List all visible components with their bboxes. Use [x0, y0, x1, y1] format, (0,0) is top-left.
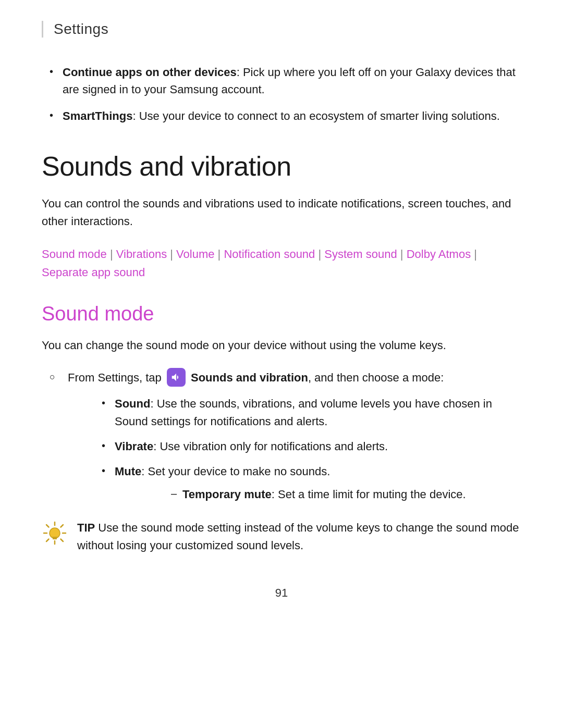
- intro-bullet-2: SmartThings: Use your device to connect …: [52, 107, 521, 125]
- main-section-heading: Sounds and vibration: [42, 151, 521, 182]
- sub-bullet-mute-bold: Mute: [115, 465, 141, 478]
- svg-line-4: [46, 525, 49, 527]
- sub-bullet-vibrate: Vibrate: Use vibration only for notifica…: [68, 438, 521, 455]
- tip-text: Use the sound mode setting instead of th…: [77, 521, 519, 552]
- intro-bullet-2-bold: SmartThings: [63, 109, 132, 122]
- nav-sep-5: |: [397, 248, 407, 261]
- nav-link-vibrations[interactable]: Vibrations: [116, 248, 167, 261]
- svg-line-7: [46, 539, 49, 542]
- step-item-1: From Settings, tap Sounds and vibration,…: [42, 369, 521, 504]
- page-number: 91: [42, 586, 521, 600]
- nav-link-notification-sound[interactable]: Notification sound: [224, 248, 315, 261]
- intro-bullet-1: Continue apps on other devices: Pick up …: [52, 64, 521, 98]
- tip-content: TIP Use the sound mode setting instead o…: [77, 519, 521, 554]
- sub-bullet-vibrate-text: : Use vibration only for notifications a…: [153, 440, 388, 453]
- step-suffix: , and then choose a mode:: [308, 371, 444, 384]
- main-section-description: You can control the sounds and vibration…: [42, 195, 521, 230]
- nav-links: Sound mode | Vibrations | Volume | Notif…: [42, 245, 521, 281]
- intro-bullet-1-bold: Continue apps on other devices: [63, 66, 237, 79]
- intro-bullet-2-text: : Use your device to connect to an ecosy…: [132, 109, 499, 122]
- steps-list: From Settings, tap Sounds and vibration,…: [42, 369, 521, 504]
- nav-link-dolby-atmos[interactable]: Dolby Atmos: [407, 248, 471, 261]
- step-app-name: Sounds and vibration: [191, 371, 308, 384]
- nav-sep-3: |: [215, 248, 224, 261]
- sub-bullet-vibrate-bold: Vibrate: [115, 440, 153, 453]
- svg-line-6: [61, 525, 64, 527]
- sub-bullet-mute: Mute: Set your device to make no sounds.…: [68, 463, 521, 503]
- sub-sub-bullet-temp-mute-text: : Set a time limit for muting the device…: [272, 488, 466, 501]
- sub-bullet-sound: Sound: Use the sounds, vibrations, and v…: [68, 395, 521, 430]
- sounds-and-vibration-icon: [167, 368, 186, 387]
- nav-link-system-sound[interactable]: System sound: [324, 248, 397, 261]
- nav-sep-4: |: [315, 248, 324, 261]
- nav-link-separate-app-sound[interactable]: Separate app sound: [42, 266, 145, 279]
- nav-sep-6: |: [471, 248, 477, 261]
- nav-link-sound-mode[interactable]: Sound mode: [42, 248, 107, 261]
- tip-icon: [42, 520, 68, 546]
- nav-link-volume[interactable]: Volume: [176, 248, 214, 261]
- nav-sep-2: |: [167, 248, 176, 261]
- nav-sep-1: |: [107, 248, 116, 261]
- tip-box: TIP Use the sound mode setting instead o…: [42, 519, 521, 554]
- svg-line-5: [61, 539, 64, 542]
- sub-bullets-list: Sound: Use the sounds, vibrations, and v…: [68, 395, 521, 503]
- step-prefix: From Settings, tap: [68, 371, 165, 384]
- intro-bullets-list: Continue apps on other devices: Pick up …: [42, 64, 521, 125]
- page-title: Settings: [54, 21, 108, 37]
- sub-bullet-sound-text: : Use the sounds, vibrations, and volume…: [115, 397, 492, 428]
- page-header: Settings: [42, 21, 521, 38]
- subsection-description: You can change the sound mode on your de…: [42, 337, 521, 354]
- step-app-name-bold: Sounds and vibration: [191, 371, 308, 384]
- sub-sub-bullets-list: Temporary mute: Set a time limit for mut…: [115, 486, 521, 503]
- sub-sub-bullet-temp-mute: Temporary mute: Set a time limit for mut…: [115, 486, 521, 503]
- sub-bullet-sound-bold: Sound: [115, 397, 150, 410]
- sub-sub-bullet-temp-mute-bold: Temporary mute: [182, 488, 272, 501]
- tip-label: TIP: [77, 521, 95, 534]
- sub-bullet-mute-text: : Set your device to make no sounds.: [141, 465, 330, 478]
- subsection-heading: Sound mode: [42, 303, 521, 325]
